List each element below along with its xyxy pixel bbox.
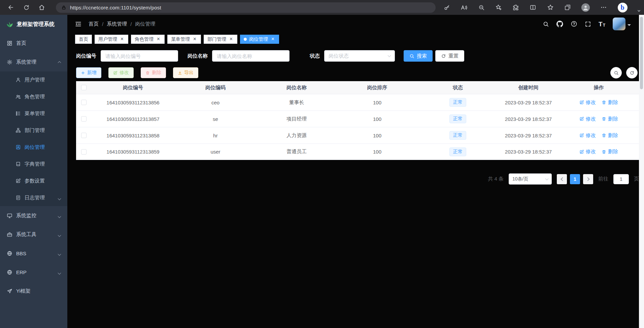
sidebar-item-user-management[interactable]: 用户管理 <box>0 71 67 88</box>
zoom-button[interactable] <box>478 4 485 11</box>
sidebar-item-system-monitor[interactable]: 系统监控 <box>0 206 67 225</box>
tab-label: 首页 <box>79 36 88 42</box>
prev-page-button[interactable] <box>557 174 567 184</box>
select-all-checkbox[interactable] <box>81 85 87 90</box>
sidebar-item-log-management[interactable]: 日志管理 <box>0 189 67 206</box>
sidebar-item-role-management[interactable]: 角色管理 <box>0 88 67 105</box>
reset-button[interactable]: 重置 <box>435 50 464 62</box>
github-button[interactable] <box>556 21 563 27</box>
sidebar-toggle-button[interactable] <box>75 21 82 28</box>
app-title: 意框架管理系统 <box>17 21 55 28</box>
extensions-button[interactable] <box>512 4 519 11</box>
row-edit-link[interactable]: 修改 <box>579 116 596 122</box>
tab-label: 角色管理 <box>135 36 154 42</box>
row-checkbox[interactable] <box>81 116 87 122</box>
row-delete-link[interactable]: 删除 <box>602 149 618 155</box>
collections-button[interactable] <box>564 4 571 11</box>
goto-page-input[interactable] <box>613 174 629 184</box>
search-icon <box>409 54 414 59</box>
row-edit-link[interactable]: 修改 <box>579 149 596 155</box>
page-scrollbar[interactable] <box>639 15 644 328</box>
sidebar-item-system-management[interactable]: 系统管理 <box>0 53 67 71</box>
close-icon[interactable] <box>192 37 197 42</box>
home-button[interactable] <box>36 1 48 13</box>
column-header: 岗位编号 <box>91 85 175 91</box>
row-edit-link[interactable]: 修改 <box>579 99 596 106</box>
sidebar-item-erp[interactable]: ERP <box>0 263 67 282</box>
row-checkbox[interactable] <box>81 149 87 155</box>
close-icon[interactable] <box>120 37 125 42</box>
profile-button[interactable] <box>581 3 590 12</box>
sidebar-collapse-button[interactable] <box>638 7 640 13</box>
dictionary-book-icon <box>15 161 21 167</box>
row-delete-link[interactable]: 删除 <box>602 116 618 122</box>
navbar-actions: TT <box>543 18 631 30</box>
post-code-cell: ceo <box>175 100 256 105</box>
add-button[interactable]: 新增 <box>76 67 101 78</box>
favorites-button[interactable] <box>547 4 554 11</box>
tab-home[interactable]: 首页 <box>75 35 92 44</box>
sidebar-item-label: Yi框架 <box>16 288 31 294</box>
tab-post-management-active[interactable]: 岗位管理 <box>240 35 279 44</box>
reload-button[interactable] <box>20 1 32 13</box>
close-icon[interactable] <box>270 37 275 42</box>
post-code-input[interactable] <box>101 50 178 62</box>
sidebar-item-dept-management[interactable]: 部门管理 <box>0 122 67 139</box>
font-size-button[interactable]: TT <box>599 21 605 27</box>
sidebar-item-home[interactable]: 首页 <box>0 34 67 53</box>
export-button[interactable]: 导出 <box>173 67 198 78</box>
chevron-down-icon <box>58 195 61 201</box>
row-delete-link[interactable]: 删除 <box>602 99 618 106</box>
add-favorite-button[interactable] <box>495 4 502 11</box>
site-lock-icon[interactable] <box>61 5 66 10</box>
sidebar-item-system-tools[interactable]: 系统工具 <box>0 225 67 244</box>
sidebar-item-dict-management[interactable]: 字典管理 <box>0 156 67 172</box>
refresh-table-button[interactable] <box>626 67 638 78</box>
next-page-button[interactable] <box>583 174 593 184</box>
tab-menu-management[interactable]: 菜单管理 <box>167 35 201 44</box>
row-checkbox[interactable] <box>81 100 87 105</box>
read-aloud-button[interactable] <box>461 4 468 11</box>
sidebar-item-bbs[interactable]: BBS <box>0 244 67 263</box>
row-checkbox[interactable] <box>81 133 87 138</box>
search-button[interactable]: 搜索 <box>404 50 433 62</box>
address-bar[interactable]: https://ccnetcore.com:1101/system/post <box>56 2 436 13</box>
back-button[interactable] <box>5 1 17 13</box>
sidebar-item-post-management[interactable]: 岗位管理 <box>0 139 67 156</box>
split-screen-button[interactable] <box>530 4 536 11</box>
edit-icon <box>579 100 584 105</box>
tab-dept-management[interactable]: 部门管理 <box>204 35 237 44</box>
header-search-button[interactable] <box>543 21 549 27</box>
sidebar-item-yi-framework[interactable]: Yi框架 <box>0 282 67 300</box>
user-menu[interactable] <box>613 18 631 30</box>
delete-button-label: 删除 <box>152 70 161 76</box>
tab-user-management[interactable]: 用户管理 <box>95 35 128 44</box>
show-search-toggle-button[interactable] <box>610 67 622 78</box>
text-size-icon-small: T <box>603 23 605 27</box>
user-avatar[interactable] <box>613 18 625 30</box>
close-icon[interactable] <box>229 37 234 42</box>
delete-button[interactable]: 删除 <box>141 67 166 78</box>
close-icon[interactable] <box>156 37 161 42</box>
sidebar-item-param-settings[interactable]: 参数设置 <box>0 172 67 189</box>
post-name-input[interactable] <box>212 50 290 62</box>
page-number-button[interactable]: 1 <box>570 174 580 184</box>
help-button[interactable] <box>571 21 577 27</box>
status-select[interactable]: 岗位状态 <box>324 50 395 62</box>
fullscreen-button[interactable] <box>585 21 591 27</box>
tab-role-management[interactable]: 角色管理 <box>131 35 165 44</box>
edit-button[interactable]: 修改 <box>108 67 134 78</box>
app-logo[interactable]: 意框架管理系统 <box>0 15 67 34</box>
page-size-select[interactable]: 10条/页 <box>509 173 552 185</box>
bing-copilot-button[interactable] <box>618 3 628 12</box>
post-id-cell: 1641030593112313859 <box>91 149 175 155</box>
row-edit-link[interactable]: 修改 <box>579 132 596 139</box>
browser-menu-button[interactable] <box>600 4 607 11</box>
sidebar-item-menu-management[interactable]: 菜单管理 <box>0 105 67 122</box>
password-key-button[interactable] <box>444 4 450 11</box>
active-dot-icon <box>244 38 247 41</box>
scrollbar-thumb[interactable] <box>640 17 643 89</box>
breadcrumb-item[interactable]: 系统管理 <box>107 21 127 27</box>
breadcrumb-item[interactable]: 首页 <box>89 21 99 27</box>
row-delete-link[interactable]: 删除 <box>602 132 618 139</box>
